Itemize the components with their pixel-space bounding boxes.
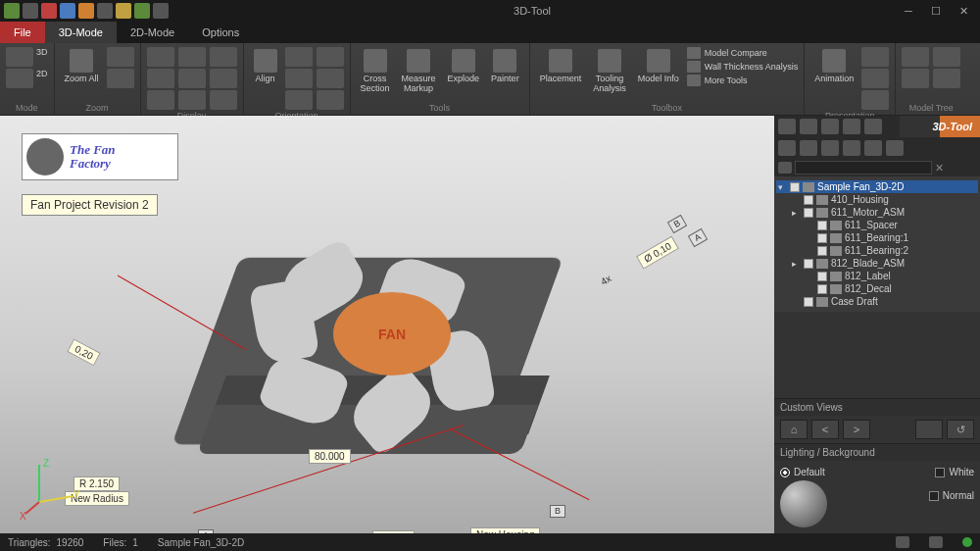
light-sphere-widget[interactable]	[780, 480, 827, 527]
close-button[interactable]: ✕	[951, 3, 976, 19]
display-button[interactable]	[210, 47, 237, 67]
dimension-annotation[interactable]: 80.000	[309, 449, 351, 464]
model-tree-button[interactable]	[933, 69, 960, 88]
clear-search-icon[interactable]: ✕	[935, 162, 944, 175]
panel-tool-button[interactable]	[843, 140, 860, 156]
display-button[interactable]	[210, 69, 237, 88]
panel-tool-button[interactable]	[778, 140, 796, 156]
lighting-default-radio[interactable]: Default	[780, 467, 827, 477]
model-tree-button[interactable]	[902, 69, 929, 88]
fan-model[interactable]: FAN	[127, 214, 617, 533]
dimension-annotation[interactable]: Ø 0,10	[636, 235, 679, 269]
panel-tool-button[interactable]	[886, 140, 904, 156]
tooling-analysis-button[interactable]: Tooling Analysis	[589, 47, 630, 96]
tree-node[interactable]: 410_Housing	[776, 193, 978, 206]
cross-section-button[interactable]: Cross Section	[357, 47, 394, 96]
tab-2d-mode[interactable]: 2D-Mode	[117, 22, 188, 43]
presentation-button[interactable]	[861, 90, 889, 110]
qat-icon[interactable]	[4, 3, 20, 19]
display-button[interactable]	[178, 47, 206, 67]
tree-node[interactable]: 611_Bearing:2	[776, 244, 978, 257]
tree-node[interactable]: ▸611_Motor_ASM	[776, 206, 978, 219]
mode-3d-button[interactable]	[6, 47, 33, 67]
panel-tool-button[interactable]	[800, 119, 817, 134]
painter-button[interactable]: Painter	[487, 47, 523, 86]
wall-thickness-button[interactable]: Wall Thickness Analysis	[687, 61, 799, 73]
tab-options[interactable]: Options	[188, 22, 253, 43]
display-button[interactable]	[178, 69, 206, 88]
panel-tool-button[interactable]	[864, 140, 882, 156]
tree-search-input[interactable]	[795, 161, 932, 175]
view-tool-button[interactable]	[915, 420, 943, 439]
more-tools-button[interactable]: More Tools	[687, 75, 799, 86]
tree-node[interactable]: Case Draft	[776, 295, 978, 308]
model-tree-button[interactable]	[933, 47, 960, 67]
filter-icon[interactable]	[778, 162, 792, 174]
orientation-button[interactable]	[285, 69, 313, 88]
status-tool-icon[interactable]	[896, 536, 909, 548]
panel-tool-button[interactable]	[800, 140, 817, 156]
qat-icon[interactable]	[23, 3, 38, 19]
panel-tool-button[interactable]	[821, 140, 839, 156]
view-next-button[interactable]: >	[843, 420, 870, 439]
view-prev-button[interactable]: <	[811, 420, 839, 439]
explode-button[interactable]: Explode	[444, 47, 484, 86]
tree-node[interactable]: 611_Bearing:1	[776, 231, 978, 244]
tree-node[interactable]: 611_Spacer	[776, 219, 978, 231]
zoom-all-button[interactable]: Zoom All	[61, 47, 103, 86]
view-tool-button[interactable]: ↺	[947, 420, 974, 439]
qat-icon[interactable]	[97, 3, 113, 19]
display-button[interactable]	[147, 69, 174, 88]
measure-markup-button[interactable]: Measure Markup	[398, 47, 440, 96]
orientation-button[interactable]	[317, 69, 344, 88]
orientation-button[interactable]	[285, 90, 313, 110]
zoom-tool-button[interactable]	[107, 47, 134, 67]
zoom-tool-button[interactable]	[107, 69, 134, 88]
qat-icon[interactable]	[78, 3, 94, 19]
minimize-button[interactable]: ─	[896, 3, 921, 19]
tree-node[interactable]: 812_Label	[776, 270, 978, 282]
project-caption: Fan Project Revision 2	[22, 194, 158, 216]
tree-node[interactable]: ▸812_Blade_ASM	[776, 257, 978, 270]
display-button[interactable]	[147, 47, 174, 67]
qat-icon[interactable]	[116, 3, 131, 19]
lighting-panel: Default White Normal	[774, 461, 980, 533]
qat-icon[interactable]	[41, 3, 57, 19]
display-button[interactable]	[147, 90, 174, 110]
tree-node[interactable]: 812_Decal	[776, 282, 978, 295]
bg-normal-checkbox[interactable]: Normal	[929, 490, 974, 501]
tree-node[interactable]: ▾Sample Fan_3D-2D	[776, 180, 978, 193]
housing-label[interactable]: New Housing	[470, 527, 540, 533]
bg-white-checkbox[interactable]: White	[935, 467, 974, 477]
qat-icon[interactable]	[153, 3, 169, 19]
file-tab[interactable]: File	[0, 22, 45, 43]
panel-tool-button[interactable]	[843, 119, 860, 134]
orientation-button[interactable]	[317, 90, 344, 110]
qat-icon[interactable]	[134, 3, 150, 19]
section-marker-b: B	[550, 505, 565, 518]
status-tool-icon[interactable]	[929, 536, 943, 548]
presentation-button[interactable]	[861, 47, 889, 67]
model-tree-button[interactable]	[902, 47, 929, 67]
orientation-button[interactable]	[317, 47, 344, 67]
view-home-button[interactable]: ⌂	[780, 420, 808, 439]
tab-3d-mode[interactable]: 3D-Mode	[45, 22, 117, 43]
display-button[interactable]	[178, 90, 206, 110]
align-button[interactable]: Align	[250, 47, 281, 86]
panel-tool-button[interactable]	[821, 119, 839, 134]
dimension-annotation[interactable]: 0,20	[67, 338, 101, 366]
mode-2d-button[interactable]	[6, 69, 33, 88]
model-compare-button[interactable]: Model Compare	[687, 47, 799, 59]
animation-button[interactable]: Animation	[810, 47, 858, 86]
qat-icon[interactable]	[60, 3, 75, 19]
viewport-3d[interactable]: The FanFactory Fan Project Revision 2 FA…	[0, 116, 774, 533]
orientation-button[interactable]	[285, 47, 313, 67]
presentation-button[interactable]	[861, 69, 889, 88]
display-button[interactable]	[210, 90, 237, 110]
panel-tool-button[interactable]	[778, 119, 796, 134]
dimension-annotation[interactable]: 25.000	[372, 530, 415, 533]
placement-button[interactable]: Placement	[536, 47, 586, 86]
panel-tool-button[interactable]	[864, 119, 882, 134]
model-info-button[interactable]: Model Info	[634, 47, 683, 86]
maximize-button[interactable]: ☐	[923, 3, 949, 19]
